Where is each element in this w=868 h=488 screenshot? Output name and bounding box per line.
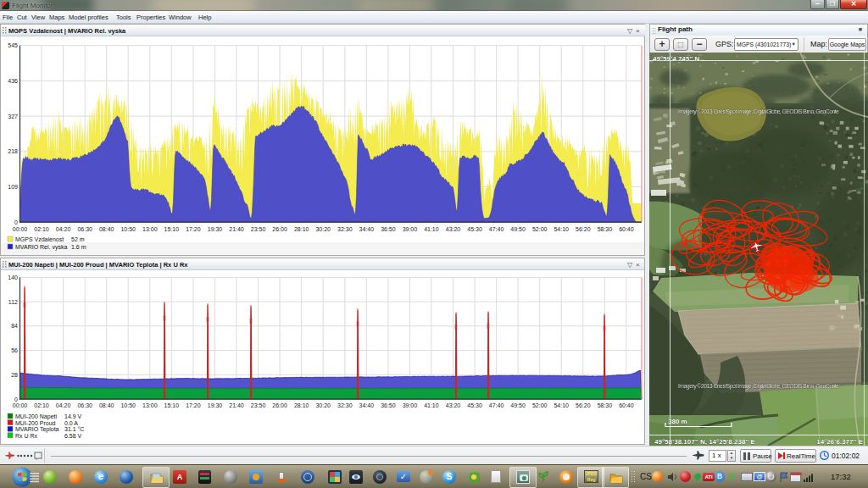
svg-text:08:40: 08:40 [99,402,114,408]
svg-text:32:30: 32:30 [337,226,353,232]
svg-text:23:50: 23:50 [251,226,266,232]
svg-text:380 m: 380 m [668,418,687,425]
svg-text:23:50: 23:50 [251,402,266,408]
svg-text:04:20: 04:20 [56,402,71,408]
svg-text:Rx U Rx: Rx U Rx [15,433,38,439]
svg-text:58:30: 58:30 [598,402,613,408]
svg-text:30:20: 30:20 [315,402,331,408]
svg-text:47:40: 47:40 [489,402,504,408]
svg-text:45:30: 45:30 [467,402,482,408]
svg-text:60:40: 60:40 [619,226,634,232]
svg-text:×: × [636,27,640,35]
svg-text:21:40: 21:40 [229,226,244,232]
svg-text:218: 218 [8,148,18,154]
svg-text:6.58 V: 6.58 V [64,433,82,439]
svg-text:×: × [636,261,640,269]
svg-text:26:00: 26:00 [272,226,287,232]
svg-text:56: 56 [11,347,18,353]
svg-text:545: 545 [8,42,18,48]
svg-text:▽: ▽ [627,261,633,269]
svg-text:19:30: 19:30 [208,402,223,408]
svg-text:28: 28 [11,372,18,378]
svg-text:41:10: 41:10 [424,402,439,408]
svg-text:Imagery ©2013 Cnes/Spot Image,: Imagery ©2013 Cnes/Spot Image, DigitalGl… [678,383,839,390]
svg-text:436: 436 [8,78,18,84]
svg-text:54:10: 54:10 [554,226,569,232]
svg-text:0: 0 [14,396,18,402]
svg-text:49°59’4.745” N: 49°59’4.745” N [653,55,699,63]
svg-text:MUI-200 Proud: MUI-200 Proud [15,420,56,426]
svg-text:08:40: 08:40 [99,226,114,232]
svg-text:34:40: 34:40 [359,226,375,232]
svg-text:13:00: 13:00 [142,402,158,408]
svg-text:10:50: 10:50 [120,226,136,232]
svg-text:19:30: 19:30 [208,226,223,232]
svg-text:▽: ▽ [627,27,633,35]
svg-text:28:10: 28:10 [294,402,309,408]
svg-text:43:20: 43:20 [446,226,461,232]
svg-text:06:30: 06:30 [77,402,92,408]
svg-text:49:50: 49:50 [510,226,526,232]
svg-text:112: 112 [8,299,18,305]
svg-text:45:30: 45:30 [467,226,482,232]
svg-text:28:10: 28:10 [294,226,309,232]
svg-text:15:10: 15:10 [164,402,180,408]
svg-text:140: 140 [8,274,18,280]
svg-text:17:20: 17:20 [186,226,201,232]
svg-text:MGPS Vzdalenost | MVARIO Rel.: MGPS Vzdalenost | MVARIO Rel. vyska [8,27,126,35]
svg-text:54:10: 54:10 [554,402,569,408]
svg-text:36:50: 36:50 [381,402,396,408]
svg-text:52:00: 52:00 [532,226,548,232]
svg-text:52:00: 52:00 [532,402,548,408]
svg-text:13:00: 13:00 [142,226,158,232]
svg-text:49°58’38.107” N, 14°25’8.238”: 49°58’38.107” N, 14°25’8.238” E [654,438,756,446]
svg-text:31.1 °C: 31.1 °C [64,426,84,432]
svg-text:36:50: 36:50 [381,226,396,232]
svg-text:0.0 A: 0.0 A [64,420,78,426]
svg-text:02:10: 02:10 [34,402,49,408]
svg-text:30:20: 30:20 [315,226,331,232]
svg-text:14°26’6.377” E: 14°26’6.377” E [816,438,863,446]
svg-text:26:00: 26:00 [272,402,287,408]
svg-text:1.6 m: 1.6 m [71,244,86,250]
svg-text:02:10: 02:10 [34,226,49,232]
svg-text:43:20: 43:20 [446,402,461,408]
svg-text:58:30: 58:30 [598,226,613,232]
svg-text:10:50: 10:50 [120,402,136,408]
svg-text:00:00: 00:00 [13,402,28,408]
svg-text:109: 109 [8,184,18,190]
svg-text:00:00: 00:00 [13,226,28,232]
svg-text:MUI-200 Napeti | MUI-200 Proud: MUI-200 Napeti | MUI-200 Proud | MVARIO … [8,261,188,269]
svg-text:41:10: 41:10 [424,226,439,232]
svg-text:47:40: 47:40 [489,226,504,232]
svg-text:39:00: 39:00 [403,226,418,232]
svg-text:52 m: 52 m [71,236,85,242]
svg-text:49:50: 49:50 [510,402,526,408]
svg-text:17:20: 17:20 [186,402,201,408]
svg-text:39:00: 39:00 [403,402,418,408]
svg-text:34:40: 34:40 [359,402,375,408]
svg-text:Imagery ©2013 Cnes/Spot Image,: Imagery ©2013 Cnes/Spot Image, DigitalGl… [678,108,839,115]
svg-text:14.9 V: 14.9 V [64,413,82,419]
svg-text:15:10: 15:10 [164,226,180,232]
svg-text:0: 0 [14,219,18,225]
svg-text:56:20: 56:20 [576,226,591,232]
svg-text:04:20: 04:20 [56,226,71,232]
svg-text:MGPS Vzdalenost: MGPS Vzdalenost [15,236,64,242]
svg-text:21:40: 21:40 [229,402,244,408]
svg-text:84: 84 [11,323,18,329]
svg-text:327: 327 [8,114,18,119]
svg-text:56:20: 56:20 [576,402,591,408]
svg-text:06:30: 06:30 [77,226,92,232]
svg-text:MVARIO Rel. vyska: MVARIO Rel. vyska [15,244,67,251]
svg-text:60:40: 60:40 [619,402,634,408]
svg-text:32:30: 32:30 [337,402,353,408]
